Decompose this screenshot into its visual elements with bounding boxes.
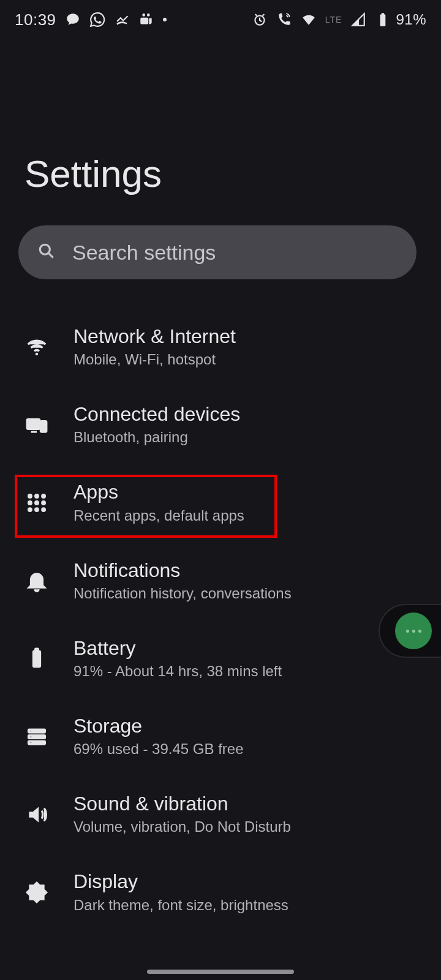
more-notifications-dot bbox=[163, 18, 167, 21]
settings-item-sound[interactable]: Sound & vibration Volume, vibration, Do … bbox=[0, 778, 441, 850]
battery-percentage: 91% bbox=[396, 11, 426, 28]
settings-item-display[interactable]: Display Dark theme, font size, brightnes… bbox=[0, 856, 441, 928]
item-subtitle: Dark theme, font size, brightness bbox=[74, 897, 288, 914]
devices-icon bbox=[0, 413, 74, 437]
svg-point-0 bbox=[142, 13, 145, 17]
alarm-icon bbox=[252, 12, 268, 28]
svg-rect-2 bbox=[140, 18, 148, 24]
svg-point-24 bbox=[30, 729, 32, 731]
item-subtitle: 69% used - 39.45 GB free bbox=[74, 741, 244, 758]
item-subtitle: Bluetooth, pairing bbox=[74, 429, 240, 446]
signal-icon bbox=[350, 12, 366, 28]
item-title: Display bbox=[74, 871, 288, 892]
item-subtitle: 91% - About 14 hrs, 38 mins left bbox=[74, 663, 282, 680]
svg-point-14 bbox=[35, 501, 39, 505]
svg-point-13 bbox=[28, 501, 32, 505]
svg-point-25 bbox=[30, 736, 32, 737]
search-settings-bar[interactable]: Search settings bbox=[18, 225, 417, 279]
svg-point-17 bbox=[35, 508, 39, 511]
status-bar: 10:39 LTE 91% bbox=[0, 0, 441, 39]
svg-point-12 bbox=[42, 494, 45, 498]
svg-point-11 bbox=[35, 494, 39, 498]
storage-icon bbox=[0, 725, 74, 748]
item-title: Sound & vibration bbox=[74, 793, 291, 815]
svg-point-26 bbox=[30, 741, 32, 743]
chat-bubble-icon bbox=[65, 12, 81, 28]
svg-point-18 bbox=[42, 508, 45, 511]
item-title: Battery bbox=[74, 638, 282, 659]
item-title: Notifications bbox=[74, 560, 292, 581]
search-icon bbox=[37, 241, 56, 263]
whatsapp-icon bbox=[89, 12, 105, 28]
volume-icon bbox=[0, 803, 74, 826]
teams-icon bbox=[138, 12, 154, 28]
wifi-icon bbox=[301, 12, 317, 28]
svg-rect-4 bbox=[380, 14, 386, 26]
settings-item-battery[interactable]: Battery 91% - About 14 hrs, 38 mins left bbox=[0, 623, 441, 695]
svg-point-6 bbox=[40, 244, 50, 254]
settings-item-storage[interactable]: Storage 69% used - 39.45 GB free bbox=[0, 701, 441, 772]
item-title: Apps bbox=[74, 481, 244, 503]
item-title: Storage bbox=[74, 715, 244, 737]
item-subtitle: Volume, vibration, Do Not Disturb bbox=[74, 818, 291, 835]
brightness-icon bbox=[0, 881, 74, 904]
svg-rect-8 bbox=[27, 419, 40, 429]
svg-point-1 bbox=[146, 13, 149, 17]
settings-item-notifications[interactable]: Notifications Notification history, conv… bbox=[0, 545, 441, 617]
more-dots-icon bbox=[395, 612, 432, 649]
battery-icon bbox=[0, 647, 74, 670]
lte-label: LTE bbox=[325, 15, 342, 24]
item-subtitle: Recent apps, default apps bbox=[74, 507, 244, 524]
apps-grid-icon bbox=[0, 491, 74, 514]
assistant-fab[interactable] bbox=[379, 604, 441, 658]
gesture-nav-indicator bbox=[147, 970, 294, 974]
missed-call-icon bbox=[114, 12, 130, 28]
svg-point-7 bbox=[36, 352, 38, 355]
settings-list: Network & Internet Mobile, Wi-Fi, hotspo… bbox=[0, 305, 441, 935]
battery-icon bbox=[375, 12, 391, 28]
svg-rect-20 bbox=[35, 649, 39, 652]
item-title: Connected devices bbox=[74, 404, 240, 425]
svg-rect-5 bbox=[382, 13, 384, 15]
status-clock: 10:39 bbox=[15, 10, 56, 29]
settings-item-apps[interactable]: Apps Recent apps, default apps bbox=[0, 467, 441, 538]
svg-point-16 bbox=[28, 508, 32, 511]
svg-rect-19 bbox=[33, 651, 41, 668]
wifi-calling-icon bbox=[276, 12, 292, 28]
settings-item-network[interactable]: Network & Internet Mobile, Wi-Fi, hotspo… bbox=[0, 311, 441, 383]
bell-icon bbox=[0, 569, 74, 592]
svg-rect-9 bbox=[40, 421, 46, 431]
svg-point-15 bbox=[42, 501, 45, 505]
item-subtitle: Notification history, conversations bbox=[74, 585, 292, 602]
settings-item-connected-devices[interactable]: Connected devices Bluetooth, pairing bbox=[0, 389, 441, 461]
item-subtitle: Mobile, Wi-Fi, hotspot bbox=[74, 351, 236, 368]
item-title: Network & Internet bbox=[74, 326, 236, 347]
wifi-icon bbox=[0, 336, 74, 359]
status-right: LTE 91% bbox=[252, 11, 426, 28]
svg-point-10 bbox=[28, 494, 32, 498]
search-placeholder: Search settings bbox=[72, 241, 216, 265]
status-left: 10:39 bbox=[15, 10, 167, 29]
page-title: Settings bbox=[24, 152, 162, 195]
